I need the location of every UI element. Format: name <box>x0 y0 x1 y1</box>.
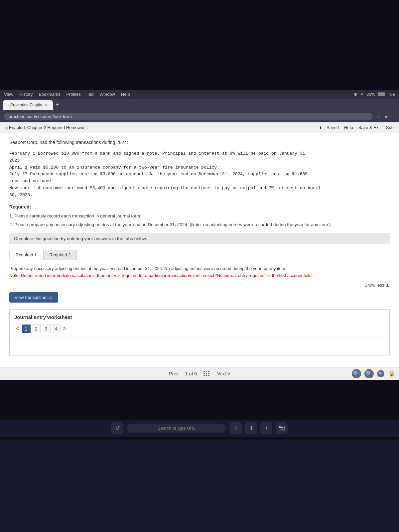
grid-dot-7 <box>203 375 205 376</box>
menu-window[interactable]: Window <box>100 92 115 97</box>
menu-tab[interactable]: Tab <box>87 92 94 97</box>
menu-help[interactable]: Help <box>121 92 130 97</box>
zoom-small-button[interactable]: 🔍 <box>377 370 384 377</box>
page-nav-row: < 1 2 3 4 > <box>14 325 385 333</box>
zoom-in-button[interactable]: 🔍 <box>352 369 361 378</box>
info-icon: ℹ <box>320 125 321 130</box>
zoom-out-button[interactable]: 🔍 <box>364 369 374 378</box>
worksheet-area: Journal entry worksheet < 1 2 3 4 > <box>9 309 390 355</box>
zoom-out-icon: 🔍 <box>366 370 372 377</box>
required-item-1: 1. Please carefully record each transact… <box>9 213 390 219</box>
tab-bar: - Proctoring Enable × + <box>0 99 399 111</box>
question-intro: Seaport Corp. had the following transact… <box>9 140 390 145</box>
tab-required-2[interactable]: Required 2 <box>43 250 77 260</box>
main-content: Seaport Corp. had the following transact… <box>0 133 399 367</box>
show-less-button[interactable]: Show less ▲ <box>9 283 390 288</box>
submit-button[interactable]: Sub <box>386 125 394 130</box>
required-title: Required: <box>9 204 390 209</box>
extension-icon[interactable]: ★ <box>384 113 388 120</box>
address-bar: ☆ ★ □ <box>0 111 399 122</box>
worksheet-title: Journal entry worksheet <box>14 314 385 320</box>
grid-dot-9 <box>208 375 209 376</box>
menu-bar-right: ⊕ ✳ 80% Tue <box>354 92 395 97</box>
search-bar-bottom[interactable]: Search or type URL <box>127 424 226 433</box>
menu-bookmarks[interactable]: Bookmarks <box>39 92 60 97</box>
next-button[interactable]: Next > <box>216 371 230 376</box>
app-header-title: g Enabled: Chapter 2 Required Homewor... <box>5 125 314 130</box>
notes-main: Prepare any necessary adjusting entries … <box>9 265 390 272</box>
worksheet-page-1[interactable]: 1 <box>22 325 31 333</box>
address-icons: ☆ ★ □ <box>376 113 395 120</box>
worksheet-page-2[interactable]: 2 <box>32 325 41 333</box>
required-item-2: 2. Please prepare any necessary adjustin… <box>9 221 390 228</box>
tabs-container: Required 1 Required 2 <box>9 250 390 260</box>
page-info: 1 of 5 <box>185 371 197 376</box>
grid-dot-6 <box>208 373 209 374</box>
taskbar-bottom: ↺ Search or type URL ☆ ⬆ ♪ 📷 <box>0 420 399 437</box>
menu-profiles[interactable]: Profiles <box>66 92 80 97</box>
menu-history[interactable]: History <box>19 92 33 97</box>
taskbar-icon-refresh[interactable]: ↺ <box>111 422 123 434</box>
taskbar-icon-camera[interactable]: 📷 <box>276 422 288 434</box>
grid-dot-3 <box>208 371 209 372</box>
menu-bar: View History Bookmarks Profiles Tab Wind… <box>0 90 399 99</box>
transaction-4b: 30, 2025. <box>9 192 390 199</box>
transaction-3b: remained on hand. <box>9 178 390 185</box>
grid-dot-4 <box>203 373 205 374</box>
grid-icon[interactable] <box>203 371 210 376</box>
taskbar-icon-music[interactable]: ♪ <box>260 422 272 434</box>
grid-dot-8 <box>206 375 207 376</box>
grid-dot-1 <box>203 371 205 372</box>
day-label: Tue <box>388 92 395 97</box>
instruction-box: Complete this question by entering your … <box>9 233 390 244</box>
browser-chrome: View History Bookmarks Profiles Tab Wind… <box>0 90 399 122</box>
screen-icon[interactable]: □ <box>392 113 395 120</box>
bluetooth-icon: ✳ <box>360 92 364 97</box>
zoom-small-icon: 🔍 <box>378 371 383 376</box>
prev-button[interactable]: Prev <box>169 371 179 376</box>
tab-close-icon[interactable]: × <box>45 102 48 108</box>
wifi-icon: ⊕ <box>354 92 357 97</box>
transactions-block: February 1 Borrowed $20,000 from a bank … <box>9 150 390 199</box>
dark-top-area <box>0 0 399 90</box>
app-header: g Enabled: Chapter 2 Required Homewor...… <box>0 122 399 133</box>
zoom-icons: 🔍 🔍 🔍 🔒 <box>352 369 396 378</box>
battery-icon <box>378 92 385 96</box>
tab-title: - Proctoring Enable <box>8 103 42 107</box>
bottom-bar: Prev 1 of 5 Next > 🔍 🔍 🔍 🔒 <box>0 367 399 380</box>
save-exit-button[interactable]: Save & Exit <box>358 125 381 130</box>
notes-section: Prepare any necessary adjusting entries … <box>9 265 390 279</box>
worksheet-content <box>14 337 385 350</box>
bookmark-star-icon[interactable]: ☆ <box>376 113 380 120</box>
view-transaction-list-button[interactable]: View transaction list <box>9 292 58 303</box>
worksheet-page-4[interactable]: 4 <box>52 325 61 333</box>
menu-view[interactable]: View <box>4 92 13 97</box>
dark-bottom-area: ↺ Search or type URL ☆ ⬆ ♪ 📷 <box>0 380 399 440</box>
worksheet-prev-button[interactable]: < <box>14 325 21 332</box>
address-input[interactable] <box>4 113 372 120</box>
active-tab[interactable]: - Proctoring Enable × <box>3 100 53 110</box>
tab-required-1[interactable]: Required 1 <box>9 250 43 260</box>
transaction-1: February 1 Borrowed $20,000 from a bank … <box>9 150 390 157</box>
required-section: Required: 1. Please carefully record eac… <box>9 204 390 228</box>
transaction-1b: 2025. <box>9 157 390 164</box>
worksheet-next-button[interactable]: > <box>62 325 68 332</box>
saved-label: Saved <box>327 125 339 130</box>
notes-note: Note: Do not round intermediate calculat… <box>9 272 390 279</box>
grid-dot-5 <box>206 373 207 374</box>
help-button[interactable]: Help <box>344 125 353 130</box>
grid-dot-2 <box>206 371 207 372</box>
lock-icon: 🔒 <box>388 370 395 377</box>
battery-level: 80% <box>366 92 375 97</box>
taskbar-icon-up[interactable]: ⬆ <box>245 422 257 434</box>
next-chevron: > <box>227 371 230 376</box>
worksheet-page-3[interactable]: 3 <box>42 325 51 333</box>
zoom-in-icon: 🔍 <box>353 370 360 377</box>
header-actions: Help Save & Exit Sub <box>344 125 394 130</box>
lock-button[interactable]: 🔒 <box>388 370 396 378</box>
taskbar-icon-star[interactable]: ☆ <box>230 422 242 434</box>
transaction-2: April 1 Paid $5,200 to an insurance comp… <box>9 164 390 171</box>
transaction-4: November 1 A customer borrowed $8,400 an… <box>9 185 390 192</box>
new-tab-button[interactable]: + <box>56 101 59 108</box>
transaction-3: July 17 Purchased supplies costing $3,60… <box>9 171 390 178</box>
